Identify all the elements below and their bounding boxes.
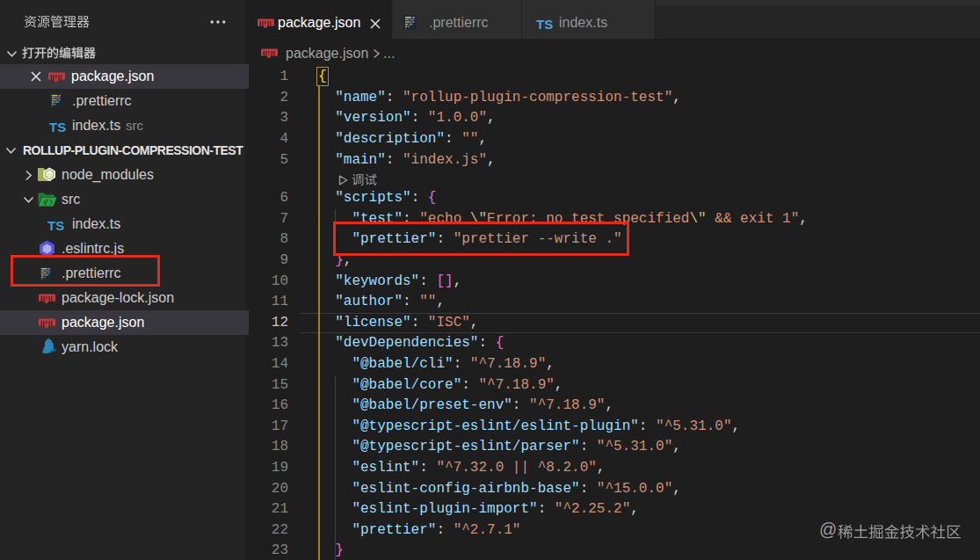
svg-text:JS: JS	[47, 172, 53, 178]
